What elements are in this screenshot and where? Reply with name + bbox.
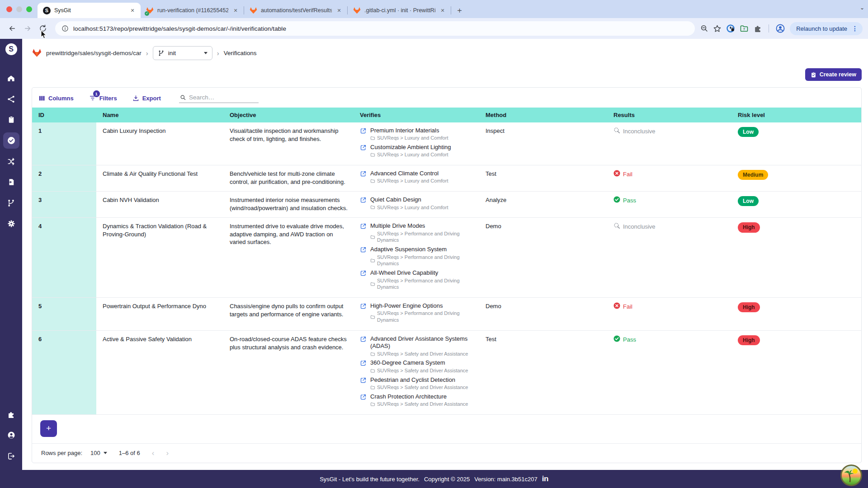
column-header-method[interactable]: Method xyxy=(479,108,607,122)
tab-automations[interactable]: automations/testVerifResults. ✕ xyxy=(244,3,347,18)
column-header-objective[interactable]: Objective xyxy=(223,108,354,122)
browser-menu-icon[interactable]: ⋮ xyxy=(850,25,860,32)
verify-path-text: SUVReqs > Luxury and Comfort xyxy=(377,178,448,184)
sidebar-item-account[interactable] xyxy=(3,427,19,443)
branch-selector[interactable]: init xyxy=(153,46,212,60)
table-row[interactable]: 3 Cabin NVH Validation Instrumented inte… xyxy=(32,192,861,218)
external-link-icon[interactable] xyxy=(360,303,367,310)
verify-link[interactable]: Multiple Drive Modes xyxy=(370,222,475,230)
sidebar-item-plugins[interactable] xyxy=(3,406,19,422)
profile-avatar-icon[interactable] xyxy=(775,23,785,33)
export-button[interactable]: Export xyxy=(132,95,161,102)
verify-link[interactable]: Adaptive Suspension System xyxy=(370,246,475,253)
tab-run-verification[interactable]: ✓ run-verification (#116255452 ✕ xyxy=(141,3,244,18)
url-text[interactable]: localhost:5173/repo/prewittridge/sales/s… xyxy=(73,25,286,32)
url-bar[interactable]: localhost:5173/repo/prewittridge/sales/s… xyxy=(55,21,695,36)
columns-button[interactable]: Columns xyxy=(38,95,74,102)
table-row[interactable]: 6 Active & Passive Safety Validation On-… xyxy=(32,331,861,415)
column-header-verifies[interactable]: Verifies xyxy=(354,108,479,122)
external-link-icon[interactable] xyxy=(360,246,367,253)
external-link-icon[interactable] xyxy=(360,336,367,343)
table-row[interactable]: 4 Dynamics & Traction Validation (Road &… xyxy=(32,218,861,298)
linkedin-icon[interactable]: in xyxy=(542,474,548,483)
sysgit-logo-icon[interactable]: S xyxy=(5,43,17,55)
column-header-results[interactable]: Results xyxy=(607,108,731,122)
create-review-button[interactable]: Create review xyxy=(805,68,862,81)
cell-name: Cabin NVH Validation xyxy=(96,192,223,217)
column-header-name[interactable]: Name xyxy=(96,108,223,122)
zoom-out-icon[interactable] xyxy=(700,24,708,33)
sidebar-item-hierarchy[interactable] xyxy=(3,91,19,107)
next-page-button[interactable]: › xyxy=(166,449,169,458)
verify-link[interactable]: 360-Degree Camera System xyxy=(370,359,468,366)
verify-link[interactable]: Quiet Cabin Design xyxy=(370,196,448,203)
new-tab-button[interactable]: ＋ xyxy=(451,5,468,18)
close-window-button[interactable] xyxy=(6,6,12,12)
back-icon[interactable] xyxy=(5,22,19,35)
folder-icon xyxy=(370,368,375,373)
external-link-icon[interactable] xyxy=(360,144,367,151)
verify-link[interactable]: Advanced Driver Assistance Systems (ADAS… xyxy=(370,335,475,350)
verify-link[interactable]: Customizable Ambient Lighting xyxy=(370,144,451,151)
close-tab-icon[interactable]: ✕ xyxy=(232,7,239,14)
cell-objective: Chassis/engine dyno pulls to confirm out… xyxy=(223,298,354,330)
column-header-risk[interactable]: Risk level xyxy=(731,108,861,122)
sidebar-item-traceability[interactable] xyxy=(3,153,19,169)
sidebar-item-verifications[interactable] xyxy=(3,132,19,149)
tab-gitlab-ci[interactable]: .gitlab-ci.yml · init · PrewittRi ✕ xyxy=(348,3,451,18)
search-box[interactable] xyxy=(179,93,259,103)
sidebar-item-settings[interactable] xyxy=(3,216,19,232)
external-link-icon[interactable] xyxy=(360,377,367,384)
verify-link[interactable]: Advanced Climate Control xyxy=(370,170,448,177)
cell-risk: High xyxy=(731,331,861,414)
table-row[interactable]: 5 Powertrain Output & Performance Dyno C… xyxy=(32,298,861,331)
extensions-puzzle-icon[interactable] xyxy=(753,24,762,33)
cell-method: Demo xyxy=(479,218,607,297)
verify-path-text: SUVReqs > Luxury and Comfort xyxy=(377,135,448,141)
search-input[interactable] xyxy=(189,94,258,101)
app-footer: SysGit - Let's build the future together… xyxy=(0,470,868,488)
breadcrumb-repo-path[interactable]: prewittridge/sales/sysgit-demos/car xyxy=(46,50,142,56)
tab-search-chevron-icon[interactable]: ⌄ xyxy=(860,5,864,11)
folder-extension-icon[interactable]: ? xyxy=(740,24,749,33)
tab-sysgit[interactable]: S SysGit ✕ xyxy=(38,3,141,18)
clipboard-check-icon xyxy=(811,72,816,78)
bookmark-star-icon[interactable] xyxy=(713,24,722,33)
add-verification-button[interactable]: + xyxy=(40,420,57,437)
verify-path-text: SUVReqs > Performance and Driving Dynami… xyxy=(377,230,475,244)
verify-link[interactable]: Crash Protection Architecture xyxy=(370,393,468,400)
close-tab-icon[interactable]: ✕ xyxy=(129,7,136,14)
table-row[interactable]: 1 Cabin Luxury Inspection Visual/tactile… xyxy=(32,122,861,165)
site-info-icon[interactable] xyxy=(61,25,69,32)
verify-link[interactable]: Pedestrian and Cyclist Detection xyxy=(370,376,468,384)
external-link-icon[interactable] xyxy=(360,197,367,203)
column-header-id[interactable]: ID xyxy=(32,108,96,122)
table-row[interactable]: 2 Climate & Air Quality Functional Test … xyxy=(32,165,861,192)
password-manager-icon[interactable] xyxy=(726,24,735,33)
macos-traffic-lights[interactable] xyxy=(0,0,38,18)
relaunch-to-update-button[interactable]: Relaunch to update ⋮ xyxy=(790,22,863,35)
filters-button[interactable]: 1 Filters xyxy=(89,94,117,102)
rows-per-page-select[interactable]: 100 xyxy=(90,450,107,456)
verify-link[interactable]: High-Power Engine Options xyxy=(370,302,475,310)
sidebar-item-requirements[interactable] xyxy=(3,112,19,128)
close-tab-icon[interactable]: ✕ xyxy=(439,7,446,14)
fullscreen-window-button[interactable] xyxy=(26,6,32,12)
sidebar-item-logout[interactable] xyxy=(3,448,19,464)
external-link-icon[interactable] xyxy=(360,360,367,366)
external-link-icon[interactable] xyxy=(360,170,367,177)
minimize-window-button[interactable] xyxy=(16,6,22,12)
sidebar-item-documents[interactable] xyxy=(3,174,19,190)
close-tab-icon[interactable]: ✕ xyxy=(335,7,343,14)
external-link-icon[interactable] xyxy=(360,394,367,400)
verify-link[interactable]: All-Wheel Drive Capability xyxy=(370,269,475,277)
external-link-icon[interactable] xyxy=(360,127,367,134)
previous-page-button[interactable]: ‹ xyxy=(152,449,155,458)
forward-icon[interactable] xyxy=(21,22,34,35)
sidebar-item-branches[interactable] xyxy=(3,195,19,211)
verify-path-text: SUVReqs > Safety and Driver Assistance xyxy=(377,401,468,408)
sidebar-item-home[interactable] xyxy=(3,70,19,86)
verify-link[interactable]: Premium Interior Materials xyxy=(370,127,448,134)
external-link-icon[interactable] xyxy=(360,223,367,230)
external-link-icon[interactable] xyxy=(360,270,367,277)
